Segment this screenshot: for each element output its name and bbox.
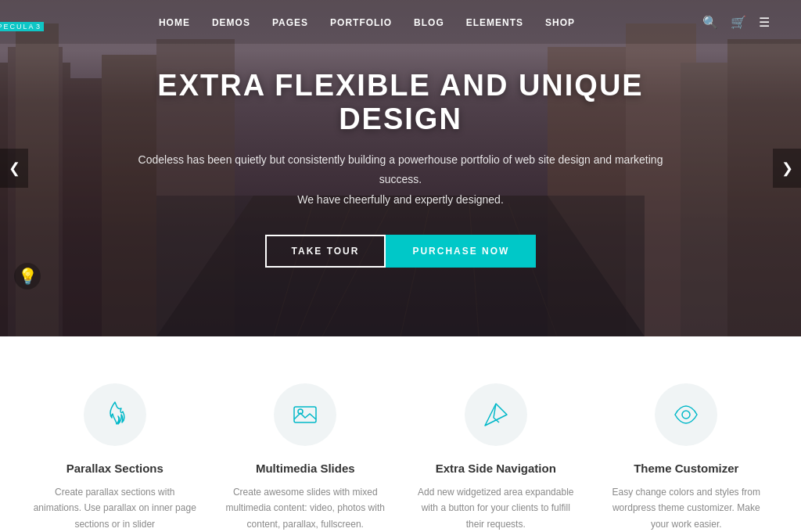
feature-navigation-title: Extra Side Navigation [436,462,556,475]
eye-icon [672,401,700,429]
feature-parallax: Parallax Sections Create parallax sectio… [31,383,199,532]
lightbulb-icon[interactable]: 💡 [14,263,41,289]
slider-prev-button[interactable]: ❮ [0,149,28,188]
nav-item-shop[interactable]: SHOP [545,15,575,29]
feature-multimedia: Multimedia Slides Create awesome slides … [222,383,390,532]
navbar-icons: 🔍 🛒 ☰ [702,15,770,30]
flame-icon [101,401,129,429]
nav-item-elements[interactable]: ELEMENTS [466,15,523,29]
hero-buttons: TAKE TOUR PURCHASE NOW [119,235,682,268]
hero-content: EXTRA FLEXIBLE AND UNIQUE DESIGN Codeles… [88,69,713,268]
svg-rect-9 [727,39,801,336]
feature-parallax-title: Parallax Sections [66,462,163,475]
paper-plane-icon [482,401,510,429]
nav-item-home[interactable]: HOME [159,15,190,29]
feature-multimedia-desc: Create awesome slides with mixed multime… [222,484,390,532]
feature-customizer-icon-wrap [655,383,717,446]
feature-customizer: Theme Customizer Easy change colors and … [603,383,770,532]
search-icon[interactable]: 🔍 [702,15,718,30]
feature-parallax-desc: Create parallax sections with animations… [31,484,199,532]
feature-navigation-desc: Add new widgetized area expandable with … [412,484,580,532]
image-icon [291,401,319,429]
purchase-now-button[interactable]: PURCHASE NOW [386,235,536,268]
hero-subtitle: Codeless has been quietly but consistent… [119,150,682,210]
feature-parallax-icon-wrap [84,383,146,446]
nav-item-portfolio[interactable]: PORTFOLIO [330,15,392,29]
feature-navigation-icon-wrap [465,383,527,446]
features-grid: Parallax Sections Create parallax sectio… [31,383,770,532]
nav-item-demos[interactable]: DEMOS [212,15,250,29]
logo-badge: 3 [34,22,44,31]
feature-multimedia-icon-wrap [274,383,336,446]
navbar: SPECULAR3 HOME DEMOS PAGES PORTFOLIO BLO… [0,0,801,44]
hero-section: ❮ EXTRA FLEXIBLE AND UNIQUE DESIGN Codel… [0,0,801,336]
feature-navigation: Extra Side Navigation Add new widgetized… [412,383,580,532]
feature-customizer-title: Theme Customizer [634,462,738,475]
nav-menu: HOME DEMOS PAGES PORTFOLIO BLOG ELEMENTS… [159,15,575,29]
feature-multimedia-title: Multimedia Slides [256,462,355,475]
nav-item-blog[interactable]: BLOG [414,15,444,29]
cart-icon[interactable]: 🛒 [731,15,746,30]
features-section: Parallax Sections Create parallax sectio… [0,336,801,532]
svg-rect-18 [294,407,316,422]
hero-title: EXTRA FLEXIBLE AND UNIQUE DESIGN [119,69,682,136]
svg-point-23 [682,411,690,419]
menu-icon[interactable]: ☰ [759,15,770,30]
nav-item-pages[interactable]: PAGES [272,15,308,29]
slider-next-button[interactable]: ❯ [773,149,801,188]
feature-customizer-desc: Easy change colors and styles from wordp… [603,484,770,532]
take-tour-button[interactable]: TAKE TOUR [265,235,386,268]
